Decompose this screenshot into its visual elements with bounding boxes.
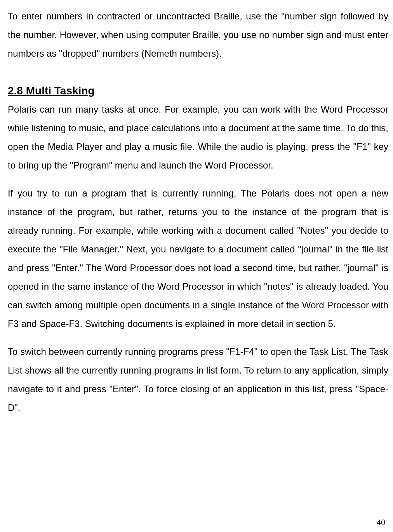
section-heading: 2.8 Multi Tasking [8, 85, 388, 97]
body-paragraph-2: If you try to run a program that is curr… [8, 184, 388, 333]
intro-paragraph: To enter numbers in contracted or uncont… [8, 7, 388, 63]
page-number: 40 [377, 517, 385, 527]
body-paragraph-3: To switch between currently running prog… [8, 342, 388, 417]
body-paragraph-1: Polaris can run many tasks at once. For … [8, 100, 388, 175]
